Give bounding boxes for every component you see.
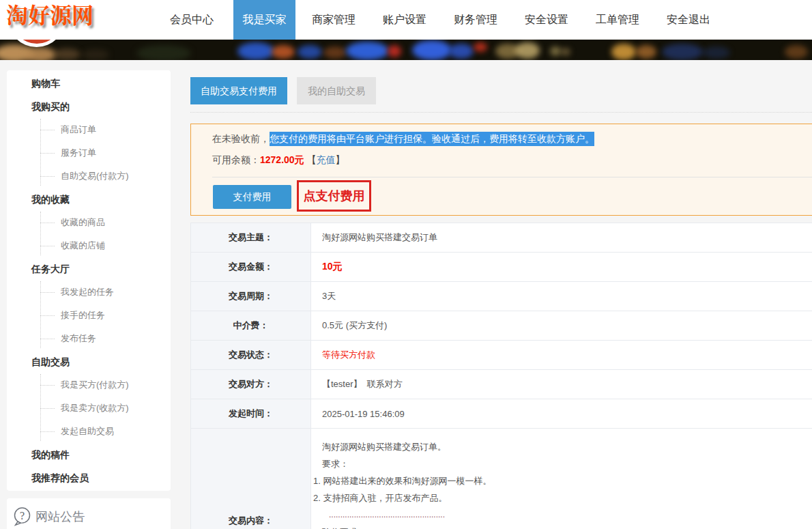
svg-text:?: ? [20, 510, 25, 521]
